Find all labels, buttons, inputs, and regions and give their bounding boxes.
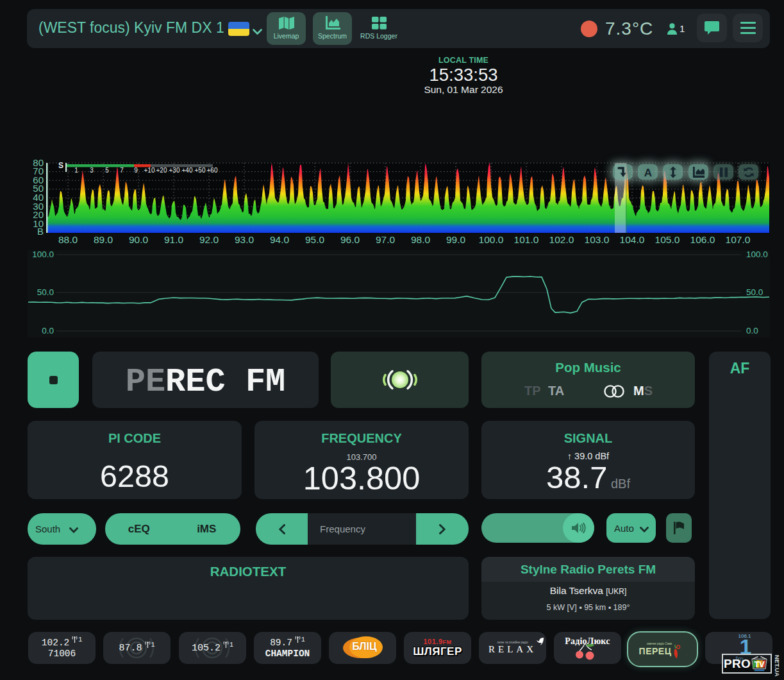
svg-text:101.0: 101.0 <box>514 234 539 245</box>
svg-text:97.0: 97.0 <box>376 234 396 245</box>
svg-text:89.0: 89.0 <box>94 234 113 245</box>
svg-text:7: 7 <box>120 167 124 174</box>
svg-text:100.0: 100.0 <box>479 234 504 245</box>
svg-text:+50: +50 <box>195 167 206 174</box>
svg-text:3: 3 <box>90 167 94 174</box>
svg-text:103.0: 103.0 <box>585 234 610 245</box>
svg-text:107.0: 107.0 <box>726 234 751 245</box>
svg-text:106.0: 106.0 <box>690 234 715 245</box>
svg-text:91.0: 91.0 <box>164 234 184 245</box>
svg-text:9: 9 <box>134 167 138 174</box>
svg-text:0.0: 0.0 <box>42 326 54 336</box>
svg-text:102.0: 102.0 <box>549 234 574 245</box>
svg-text:90.0: 90.0 <box>129 234 149 245</box>
svg-text:+20: +20 <box>156 167 167 174</box>
svg-text:0.0: 0.0 <box>746 326 758 336</box>
svg-text:105.0: 105.0 <box>655 234 680 245</box>
svg-text:94.0: 94.0 <box>270 234 290 245</box>
svg-text:50.0: 50.0 <box>37 287 54 297</box>
svg-text:+10: +10 <box>144 167 155 174</box>
svg-text:TV: TV <box>755 660 765 669</box>
svg-text:S: S <box>58 161 63 170</box>
svg-text:A: A <box>644 167 651 178</box>
svg-text:50.0: 50.0 <box>746 287 763 297</box>
svg-text:92.0: 92.0 <box>199 234 219 245</box>
svg-text:95.0: 95.0 <box>305 234 325 245</box>
svg-text:100.0: 100.0 <box>32 250 54 259</box>
svg-text:93.0: 93.0 <box>235 234 254 245</box>
svg-text:99.0: 99.0 <box>446 234 466 245</box>
svg-text:98.0: 98.0 <box>411 234 431 245</box>
svg-text:104.0: 104.0 <box>620 234 645 245</box>
svg-text:+60: +60 <box>207 167 218 174</box>
svg-text:88.0: 88.0 <box>58 234 78 245</box>
svg-text:96.0: 96.0 <box>340 234 360 245</box>
svg-text:5: 5 <box>105 167 109 174</box>
svg-text:B: B <box>37 226 44 237</box>
svg-text:100.0: 100.0 <box>746 250 768 259</box>
svg-text:+40: +40 <box>182 167 193 174</box>
svg-text:+30: +30 <box>169 167 180 174</box>
svg-text:1: 1 <box>74 167 78 174</box>
